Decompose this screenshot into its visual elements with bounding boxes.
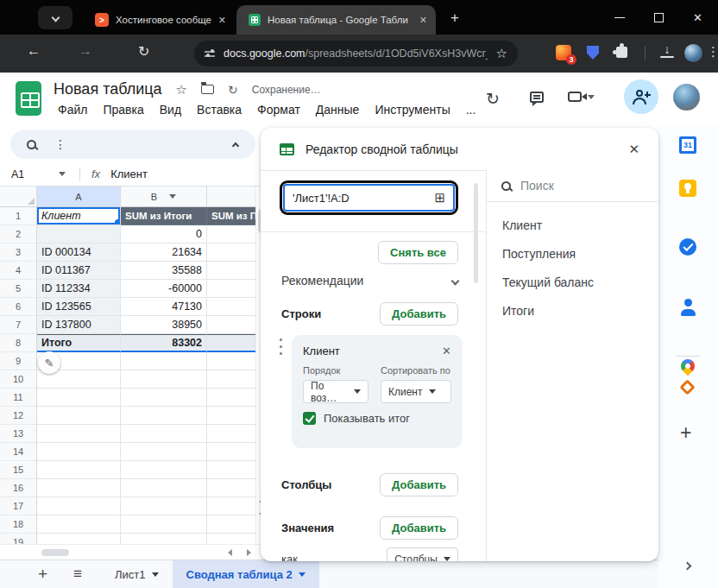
cell-b[interactable]	[121, 407, 207, 425]
scrollbar-thumb[interactable]	[41, 549, 69, 556]
panel-scrollbar-thumb[interactable]	[474, 183, 478, 283]
tab-search-button[interactable]	[38, 6, 72, 29]
sheet-tab-menu-icon[interactable]	[152, 572, 159, 577]
field-list-item[interactable]: Поступления	[502, 239, 658, 268]
show-totals-row[interactable]: Показывать итог	[303, 412, 451, 425]
cell-a[interactable]	[37, 407, 121, 425]
cell-b[interactable]	[121, 425, 207, 443]
row-number[interactable]: 6	[0, 298, 37, 316]
add-sheet-button[interactable]: +	[38, 565, 47, 584]
calendar-icon[interactable]: 31	[679, 136, 696, 154]
window-close-button[interactable]: ✕	[693, 11, 702, 24]
password-extension-icon[interactable]	[587, 46, 599, 60]
move-folder-icon[interactable]	[201, 85, 214, 94]
row-number[interactable]: 13	[0, 425, 37, 443]
cell-b[interactable]	[121, 479, 207, 497]
extensions-puzzle-icon[interactable]	[616, 47, 627, 58]
formula-input[interactable]: Клиент	[110, 168, 148, 180]
remove-field-icon[interactable]: ✕	[442, 345, 451, 357]
row-number[interactable]: 5	[0, 280, 37, 298]
data-range-input[interactable]: 'Лист1'!A:D ⊞	[280, 180, 458, 215]
cell-a[interactable]	[37, 515, 121, 534]
row-number[interactable]: 17	[0, 497, 37, 515]
document-title[interactable]: Новая таблица	[54, 80, 162, 98]
collapse-toolbar-button[interactable]	[233, 136, 238, 152]
cell-b[interactable]	[121, 461, 207, 479]
row-number[interactable]: 16	[0, 479, 37, 497]
all-sheets-icon[interactable]: ≡	[73, 566, 82, 583]
sort-by-select[interactable]: Клиент	[381, 380, 451, 403]
cell-b[interactable]: 38950	[121, 316, 207, 334]
row-number[interactable]: 8	[0, 334, 37, 352]
browser-tab-inactive[interactable]: > Хостинговое сообщество «Tim ✕	[83, 5, 235, 35]
cell-a[interactable]	[37, 479, 121, 497]
select-all-corner[interactable]	[0, 187, 37, 207]
add-rows-button[interactable]: Добавить	[380, 302, 458, 326]
cell-a[interactable]: Клиент	[37, 207, 121, 225]
menu-item[interactable]: Вставка	[189, 101, 249, 118]
cell-a[interactable]: Итого	[37, 334, 121, 352]
tab-close-icon[interactable]: ✕	[218, 15, 226, 26]
scroll-right-icon[interactable]	[247, 549, 251, 556]
row-number[interactable]: 11	[0, 389, 37, 407]
share-button[interactable]	[624, 79, 658, 114]
cell-b[interactable]: 35588	[121, 262, 207, 280]
cell-b[interactable]: 21634	[121, 243, 207, 262]
back-button[interactable]: ←	[27, 43, 41, 59]
show-totals-checkbox[interactable]	[303, 412, 316, 425]
recommendations-row[interactable]: Рекомендации	[281, 274, 458, 288]
get-addons-button[interactable]: +	[680, 421, 691, 445]
meet-button[interactable]	[568, 92, 595, 102]
cell-a[interactable]: ID 011367	[37, 262, 121, 280]
horizontal-scrollbar[interactable]	[0, 544, 268, 560]
cell-a[interactable]: ID 137800	[37, 316, 121, 334]
cell-b[interactable]	[121, 443, 207, 461]
cell-a[interactable]	[37, 389, 121, 407]
tasks-icon[interactable]	[679, 238, 696, 256]
column-dropdown-icon[interactable]	[169, 194, 176, 199]
extension-icon[interactable]: 3	[556, 45, 571, 60]
cell-a[interactable]: ID 112334	[37, 280, 121, 298]
site-settings-icon[interactable]	[205, 49, 215, 58]
row-number[interactable]: 15	[0, 461, 37, 479]
menu-item[interactable]: ...	[458, 101, 484, 118]
cell-a[interactable]	[37, 443, 121, 461]
cell-a[interactable]	[37, 461, 121, 479]
menu-item[interactable]: Инструменты	[367, 101, 457, 118]
select-range-icon[interactable]: ⊞	[434, 190, 445, 205]
sheet-tab-menu-icon[interactable]	[299, 572, 305, 577]
menu-item[interactable]: Вид	[152, 101, 189, 118]
new-tab-button[interactable]: +	[444, 7, 466, 29]
field-list-item[interactable]: Текущий баланс	[502, 268, 658, 296]
name-box-dropdown-icon[interactable]	[59, 172, 66, 176]
maximize-button[interactable]	[654, 13, 664, 22]
menu-item[interactable]: Формат	[249, 101, 308, 118]
comments-icon[interactable]	[530, 92, 544, 103]
collapse-side-panel-button[interactable]	[684, 557, 690, 572]
cell-a[interactable]	[37, 425, 121, 443]
cell-b[interactable]	[121, 352, 207, 370]
cell-a[interactable]	[37, 225, 121, 243]
maps-icon[interactable]	[678, 357, 698, 376]
cell-b[interactable]	[121, 515, 207, 534]
row-number[interactable]: 18	[0, 515, 37, 534]
browser-menu-kebab-icon[interactable]: ⋮	[707, 44, 718, 60]
browser-tab-active[interactable]: Новая таблица - Google Табли ✕	[236, 5, 436, 35]
cell-b[interactable]	[121, 389, 207, 407]
sheet-tab[interactable]: Сводная таблица 2	[173, 560, 319, 588]
bookmark-star-icon[interactable]: ☆	[496, 46, 507, 61]
keep-icon[interactable]	[679, 180, 696, 197]
order-select[interactable]: По воз…	[303, 380, 368, 403]
menu-item[interactable]: Файл	[50, 101, 95, 118]
field-list-item[interactable]: Клиент	[502, 211, 658, 239]
values-as-select[interactable]: Столбцы	[387, 547, 458, 561]
row-number[interactable]: 7	[0, 316, 37, 334]
addon-icon[interactable]	[679, 379, 695, 395]
star-document-icon[interactable]: ☆	[176, 82, 187, 98]
minimize-button[interactable]: —	[614, 11, 625, 23]
cell-a[interactable]: ID 123565	[37, 298, 121, 316]
row-number[interactable]: 12	[0, 407, 37, 425]
close-panel-icon[interactable]: ✕	[628, 142, 639, 157]
add-columns-button[interactable]: Добавить	[380, 473, 458, 496]
downloads-icon[interactable]: ↓	[660, 43, 674, 58]
